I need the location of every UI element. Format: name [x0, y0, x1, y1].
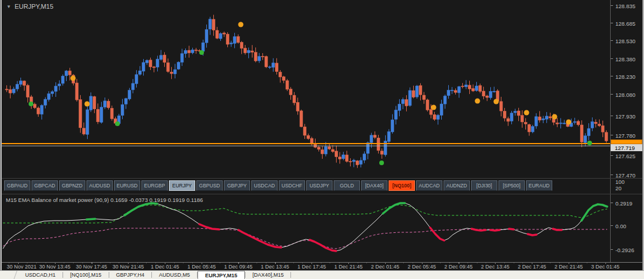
- time-axis-minor-tick: [82, 262, 83, 263]
- candle: [412, 86, 415, 99]
- time-axis-minor-tick: [192, 262, 193, 263]
- symbol-button-eurgbp[interactable]: EURGBP: [141, 180, 168, 191]
- time-axis-minor-tick: [477, 262, 477, 263]
- indicator-pane[interactable]: M15 EMA Balance of market power (90,9) 0…: [2, 194, 642, 262]
- buy-signal-dot: [587, 141, 592, 145]
- candle: [12, 87, 15, 95]
- symbol-button-gbpusd[interactable]: GBPUSD: [196, 180, 223, 191]
- indicator-plot[interactable]: [2, 194, 610, 262]
- window-border-left: [0, 0, 2, 270]
- symbol-button-usdcad[interactable]: USDCAD: [251, 180, 278, 191]
- candle: [268, 65, 271, 69]
- candle: [335, 145, 338, 162]
- time-axis-minor-tick: [27, 262, 27, 263]
- candle: [303, 124, 306, 139]
- indicator-bear-segment: [430, 228, 444, 240]
- candle: [174, 64, 176, 78]
- time-axis-minor-tick: [238, 262, 238, 263]
- time-axis-minor-tick: [119, 262, 119, 263]
- candle: [549, 113, 552, 120]
- candlestick-plot[interactable]: [2, 0, 610, 178]
- price-axis[interactable]: 128.835128.685128.530128.380128.230128.0…: [610, 0, 642, 178]
- chart-tab-usdcad-h1[interactable]: USDCAD,H1: [18, 271, 63, 279]
- triangle-down-icon[interactable]: ▼: [6, 4, 11, 9]
- symbol-button-dax40[interactable]: [DAX40]: [361, 180, 387, 191]
- symbol-button-eurjpy[interactable]: EURJPY: [169, 180, 195, 191]
- symbol-button-audusd[interactable]: AUDUSD: [86, 180, 113, 191]
- chart-tab--dax40--m15[interactable]: [DAX40],M15: [245, 271, 291, 279]
- time-axis-label: 2 Dec 01:45: [371, 264, 400, 270]
- time-axis-minor-tick: [605, 262, 606, 263]
- candle: [479, 83, 482, 93]
- candle: [16, 81, 19, 92]
- candle: [440, 100, 443, 120]
- candle: [293, 92, 296, 106]
- time-axis-minor-tick: [440, 262, 441, 263]
- price-tick-label: 127.780: [615, 132, 635, 139]
- symbol-button-eurusd[interactable]: EURUSD: [114, 180, 140, 191]
- candle: [419, 83, 422, 101]
- symbol-button-bar: GBPAUDGBPCADGBPNZDAUDUSDEURUSDEURGBPEURJ…: [4, 180, 552, 191]
- time-axis-minor-tick: [504, 262, 505, 263]
- buy-signal-dot: [379, 161, 384, 165]
- chart-tab-eurjpy-m15[interactable]: EURJPY,M15: [198, 271, 245, 279]
- time-axis-minor-tick: [210, 262, 211, 263]
- symbol-button-audcad[interactable]: AUDCAD: [416, 180, 442, 191]
- candle: [416, 85, 418, 99]
- indicator-axis[interactable]: 0.29190.00-0.2926: [610, 194, 642, 262]
- chart-tab-audusd-m5[interactable]: AUDUSD,M5: [152, 271, 197, 279]
- candle: [514, 109, 517, 116]
- candle: [181, 49, 183, 66]
- indicator-bear-segment: [238, 230, 281, 247]
- time-axis-minor-tick: [220, 262, 220, 263]
- time-axis-minor-tick: [330, 262, 330, 263]
- symbol-button-gbpcad[interactable]: GBPCAD: [32, 180, 58, 191]
- symbol-button-usdjpy[interactable]: USDJPY: [306, 180, 333, 191]
- current-price-label: 127.719: [615, 145, 635, 151]
- candle: [321, 146, 324, 159]
- symbol-button-sp500[interactable]: [SP500]: [498, 180, 525, 191]
- candle: [366, 141, 369, 159]
- price-tick-label: 128.685: [615, 20, 635, 27]
- candle: [209, 17, 212, 35]
- candle: [100, 102, 103, 123]
- chart-tab-gbpjpy-h4[interactable]: GBPJPY,H4: [109, 271, 151, 279]
- candle: [408, 88, 411, 107]
- candle: [338, 152, 341, 164]
- time-axis[interactable]: 30 Nov 202130 Nov 13:4530 Nov 17:4530 No…: [2, 262, 642, 270]
- time-axis-minor-tick: [587, 262, 587, 263]
- candle: [545, 112, 548, 123]
- candle: [170, 67, 173, 79]
- symbol-button-gbpjpy[interactable]: GBPJPY: [224, 180, 250, 191]
- sell-signal-dot: [475, 99, 480, 104]
- candle: [401, 97, 404, 109]
- symbol-button-dji30[interactable]: [DJI30]: [471, 180, 497, 191]
- candle: [184, 48, 187, 58]
- time-axis-label: 2 Dec 21:45: [555, 264, 583, 270]
- candle: [103, 97, 106, 109]
- chart-tab--nq100--m15[interactable]: [NQ100],M15: [63, 271, 109, 279]
- candle: [500, 97, 503, 117]
- main-chart-pane[interactable]: ▼ EURJPY,M15 128.835128.685128.530128.38…: [2, 0, 642, 178]
- candle: [524, 118, 527, 130]
- candle: [107, 99, 110, 110]
- candle: [468, 81, 471, 94]
- candle: [54, 82, 57, 97]
- buy-signal-dot: [115, 121, 120, 126]
- candle: [584, 133, 587, 147]
- price-tick-label: 128.080: [615, 92, 635, 98]
- symbol-button-nq100[interactable]: [NQ100]: [389, 180, 415, 191]
- symbol-button-gold[interactable]: GOLD: [334, 180, 360, 191]
- symbol-button-gbpaud[interactable]: GBPAUD: [4, 180, 30, 191]
- candle: [356, 160, 359, 168]
- candle: [131, 79, 134, 93]
- symbol-button-usdchf[interactable]: USDCHF: [279, 180, 305, 191]
- tab-bar-leading-edge: [0, 271, 18, 279]
- symbol-button-gbpnzd[interactable]: GBPNZD: [59, 180, 85, 191]
- candle: [237, 34, 240, 44]
- time-axis-minor-tick: [413, 262, 413, 263]
- symbol-button-audnzd[interactable]: AUDNZD: [444, 180, 470, 191]
- candle: [47, 91, 50, 102]
- time-axis-minor-tick: [366, 262, 367, 263]
- symbol-button-euraud[interactable]: EURAUD: [526, 180, 552, 191]
